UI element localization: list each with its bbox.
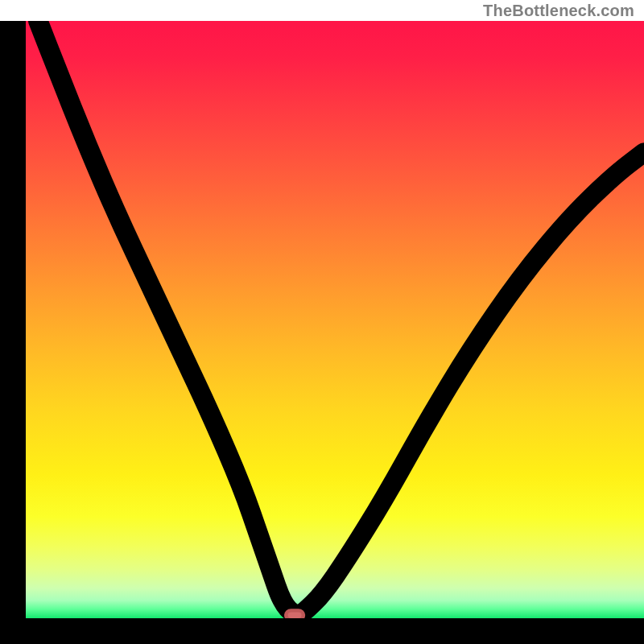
plot-area — [26, 21, 644, 618]
plot-border — [0, 21, 644, 644]
bottleneck-curve — [38, 21, 644, 614]
curve-layer-svg — [26, 21, 644, 618]
chart-frame: TheBottleneck.com — [0, 0, 644, 644]
optimum-marker — [286, 610, 303, 618]
attribution-label: TheBottleneck.com — [483, 2, 634, 20]
